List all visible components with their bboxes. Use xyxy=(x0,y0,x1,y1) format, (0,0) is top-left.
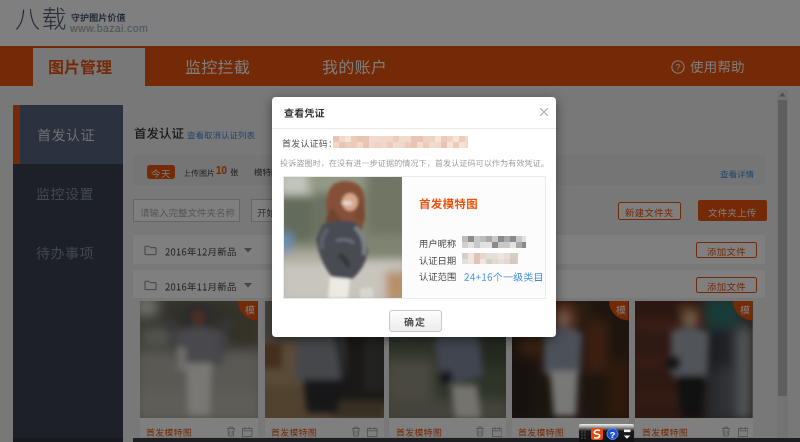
svg-text:?: ? xyxy=(610,428,616,439)
